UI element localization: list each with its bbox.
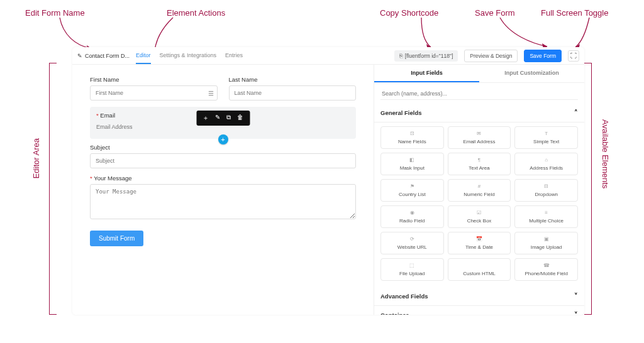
first-name-input[interactable] [90, 85, 218, 101]
tile-dropdown[interactable]: ⊟Dropdown [514, 179, 578, 202]
edit-icon[interactable]: ✎ [215, 114, 220, 122]
label: Subject [90, 144, 356, 151]
section-label: Advanced Fields [380, 293, 428, 300]
tile-icon: ⚑ [382, 183, 442, 190]
tile-multiple-choice[interactable]: ≡Multiple Choice [514, 205, 578, 228]
tab-settings[interactable]: Settings & Integrations [160, 48, 217, 64]
section-label: General Fields [380, 109, 421, 116]
add-element-button[interactable]: + [218, 134, 228, 144]
sidebar-tabs: Input Fields Input Customization [374, 65, 584, 83]
preview-button[interactable]: Preview & Design [464, 50, 518, 62]
tile-label: File Upload [382, 271, 442, 276]
tiles-grid: ⊡Name Fields✉Email AddressTSimple Text◧M… [374, 122, 584, 287]
shortcode-chip[interactable]: ⎘ [fluentform id="118"] [394, 50, 458, 62]
tile-radio-field[interactable]: ◉Radio Field [380, 205, 444, 228]
label: Last Name [229, 76, 357, 83]
sidebar-tab-customization[interactable]: Input Customization [479, 65, 584, 82]
tile-icon [450, 263, 509, 269]
fullscreen-toggle[interactable]: ⛶ [568, 50, 579, 62]
last-name-input[interactable] [229, 85, 357, 101]
annot-edit-form-name: Edit Form Name [25, 8, 85, 18]
section-container[interactable]: Container ˅ [374, 306, 584, 315]
tile-mask-input[interactable]: ◧Mask Input [380, 153, 444, 175]
tab-entries[interactable]: Entries [225, 48, 243, 64]
tile-address-fields[interactable]: ⌂Address Fields [514, 153, 578, 175]
tile-icon: ☑ [450, 210, 509, 216]
sidebar: Input Fields Input Customization General… [374, 65, 584, 315]
label: Your Message [90, 175, 356, 182]
annot-line [49, 63, 57, 63]
section-advanced[interactable]: Advanced Fields ˅ [374, 287, 584, 306]
tile-icon: 📅 [450, 236, 509, 242]
tile-country-list[interactable]: ⚑Country List [380, 179, 444, 202]
subject-input[interactable] [90, 153, 356, 168]
tile-file-upload[interactable]: ⬚File Upload [380, 258, 444, 281]
tile-icon: T [516, 131, 576, 137]
tile-label: Phone/Mobile Field [516, 271, 576, 276]
tile-simple-text[interactable]: TSimple Text [514, 126, 578, 149]
sidebar-search [380, 88, 578, 100]
field-email-selected[interactable]: Email ＋ ✎ ⧉ 🗑 + [90, 107, 356, 139]
tile-label: Name Fields [382, 139, 442, 144]
section-label: Container [380, 312, 408, 315]
tile-icon: ⟳ [382, 236, 442, 242]
tile-icon: ▣ [516, 236, 576, 242]
annot-available-elements: Available Elements [601, 119, 610, 188]
annot-line [49, 63, 50, 314]
tile-check-box[interactable]: ☑Check Box [448, 205, 511, 228]
tile-label: Website URL [382, 244, 442, 250]
shortcode-text: [fluentform id="118"] [405, 53, 453, 59]
annot-line [49, 314, 57, 315]
tile-label: Text Area [450, 165, 509, 171]
tile-phone-mobile-field[interactable]: ☎Phone/Mobile Field [514, 258, 578, 281]
field-first-name[interactable]: First Name ☰ [90, 76, 218, 101]
delete-icon[interactable]: 🗑 [237, 114, 243, 122]
tile-label: Mask Input [382, 165, 442, 171]
sidebar-tab-input-fields[interactable]: Input Fields [374, 65, 479, 82]
section-general[interactable]: General Fields ˄ [374, 104, 584, 122]
tile-icon: ☎ [516, 263, 576, 269]
tile-custom-html[interactable]: Custom HTML [448, 258, 511, 281]
copy-icon: ⎘ [399, 53, 402, 59]
field-message[interactable]: Your Message [90, 175, 356, 220]
tile-label: Email Address [450, 139, 509, 144]
tile-numeric-field[interactable]: #Numeric Field [448, 179, 511, 202]
tile-website-url[interactable]: ⟳Website URL [380, 232, 444, 254]
message-textarea[interactable] [90, 184, 356, 219]
tile-label: Custom HTML [450, 271, 509, 276]
expand-icon: ⛶ [570, 52, 577, 59]
tile-name-fields[interactable]: ⊡Name Fields [380, 126, 444, 149]
tile-label: Time & Date [450, 244, 509, 250]
tile-image-upload[interactable]: ▣Image Upload [514, 232, 578, 254]
tile-label: Dropdown [516, 192, 576, 197]
search-input[interactable] [380, 88, 578, 100]
annot-copy-shortcode: Copy Shortcode [380, 8, 438, 18]
tile-icon: # [450, 183, 509, 190]
editor-area[interactable]: First Name ☰ Last Name Email ＋ ✎ ⧉ [72, 65, 374, 315]
tile-icon: ⌂ [516, 157, 576, 163]
form-name[interactable]: ✎ Contact Form D... [77, 53, 130, 59]
tile-text-area[interactable]: ¶Text Area [448, 153, 511, 175]
field-last-name[interactable]: Last Name [229, 76, 357, 101]
tile-icon: ✉ [450, 131, 509, 137]
tile-icon: ⊡ [382, 131, 442, 137]
duplicate-icon[interactable]: ⧉ [226, 114, 231, 122]
annot-fullscreen: Full Screen Toggle [541, 8, 608, 18]
annot-save-form: Save Form [475, 8, 515, 18]
tile-label: Numeric Field [450, 192, 509, 197]
field-subject[interactable]: Subject [90, 144, 356, 168]
add-icon[interactable]: ＋ [203, 114, 209, 122]
tile-icon: ⬚ [382, 263, 442, 269]
tile-email-address[interactable]: ✉Email Address [448, 126, 511, 149]
tile-label: Radio Field [382, 218, 442, 224]
tab-editor[interactable]: Editor [136, 48, 151, 64]
annot-line [591, 63, 592, 314]
tile-label: Address Fields [516, 165, 576, 171]
tile-icon: ◧ [382, 157, 442, 163]
topbar: ✎ Contact Form D... Editor Settings & In… [72, 47, 584, 65]
submit-button[interactable]: Submit Form [90, 231, 143, 246]
tile-time-date[interactable]: 📅Time & Date [448, 232, 511, 254]
save-button[interactable]: Save Form [524, 50, 562, 62]
annot-editor-area: Editor Area [31, 138, 41, 178]
chevron-up-icon: ˄ [574, 109, 578, 117]
